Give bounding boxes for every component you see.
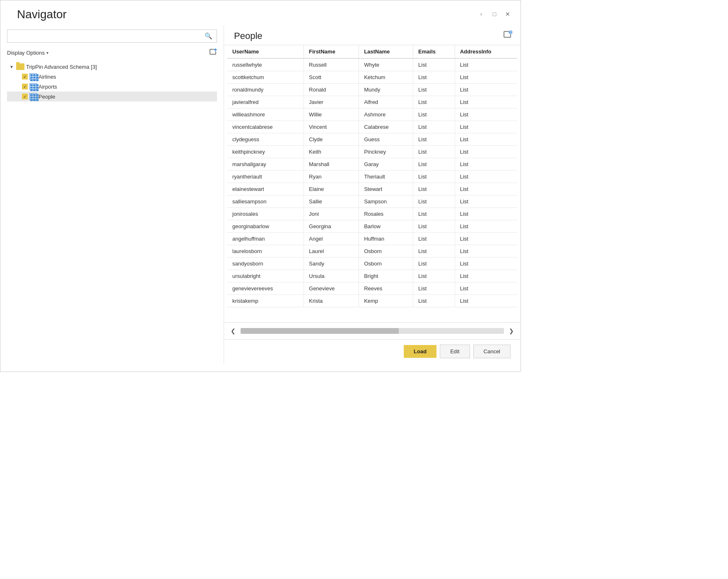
table-cell: willieashmore [227,109,304,121]
table-cell: Laurel [304,245,359,258]
table-cell: List [455,282,517,295]
table-cell: List [455,171,517,183]
table-cell: Russell [304,58,359,71]
table-cell: List [413,220,455,233]
table-cell: elainestewart [227,183,304,195]
table-cell: Vincent [304,121,359,133]
table-cell: Barlow [359,220,413,233]
tree: ▼ TripPin Advanced Schema [3] ✓ Airlines… [7,62,217,359]
table-cell: List [413,270,455,282]
table-cell: kristakemp [227,295,304,307]
table-row[interactable]: salliesampsonSallieSampsonListList [227,195,517,208]
table-row[interactable]: russellwhyteRussellWhyteListList [227,58,517,71]
table-icon-people [29,93,37,100]
minimize-button[interactable]: ▫ [477,10,486,19]
tree-item-people[interactable]: ✓ People [7,92,217,101]
table-row[interactable]: elainestewartElaineStewartListList [227,183,517,195]
table-cell: Georgina [304,220,359,233]
table-cell: Ursula [304,270,359,282]
table-row[interactable]: javieralfredJavierAlfredListList [227,96,517,109]
table-icon-airlines [29,73,37,80]
tree-item-airports[interactable]: ✓ Airports [7,82,217,92]
tree-folder-root[interactable]: ▼ TripPin Advanced Schema [3] [7,62,217,72]
table-cell: angelhuffman [227,233,304,245]
table-cell: Theriault [359,171,413,183]
people-table: UserName FirstName LastName Emails Addre… [227,45,517,307]
checkbox-people[interactable]: ✓ [22,94,28,99]
close-button[interactable]: ✕ [503,10,512,19]
table-cell: Osborn [359,245,413,258]
tree-item-airlines[interactable]: ✓ Airlines [7,72,217,82]
table-cell: List [455,58,517,71]
search-button[interactable]: 🔍 [200,30,217,42]
table-cell: List [413,282,455,295]
table-row[interactable]: keithpinckneyKeithPinckneyListList [227,146,517,158]
table-cell: List [455,233,517,245]
tree-label-people: People [39,94,55,100]
checkbox-airports[interactable]: ✓ [22,84,28,89]
table-cell: List [413,171,455,183]
table-cell: List [455,258,517,270]
web-view-button[interactable] [503,30,512,41]
table-cell: List [455,195,517,208]
table-row[interactable]: jonirosalesJoniRosalesListList [227,208,517,220]
table-cell: javieralfred [227,96,304,109]
table-cell: List [455,158,517,171]
scrollbar-thumb [241,328,399,334]
edit-icon [209,48,217,56]
table-icon-airports [29,83,37,90]
table-cell: List [413,58,455,71]
maximize-button[interactable]: □ [490,10,499,19]
table-cell: Marshall [304,158,359,171]
table-row[interactable]: willieashmoreWillieAshmoreListList [227,109,517,121]
main-layout: 🔍 Display Options ▾ [0,25,521,363]
load-button[interactable]: Load [404,345,436,358]
table-cell: List [455,270,517,282]
edit-button[interactable]: Edit [440,345,470,358]
folder-icon [16,63,24,70]
table-cell: Sallie [304,195,359,208]
table-row[interactable]: sandyosbornSandyOsbornListList [227,258,517,270]
table-row[interactable]: ronaldmundyRonaldMundyListList [227,84,517,96]
edit-icon-button[interactable] [209,48,217,58]
table-row[interactable]: georginabarlowGeorginaBarlowListList [227,220,517,233]
table-row[interactable]: vincentcalabreseVincentCalabreseListList [227,121,517,133]
table-row[interactable]: laurelosbornLaurelOsbornListList [227,245,517,258]
window-controls: ▫ □ ✕ [477,8,512,19]
table-cell: Scott [304,71,359,84]
cancel-button[interactable]: Cancel [473,345,511,358]
table-row[interactable]: kristakempKristaKempListList [227,295,517,307]
table-cell: List [455,183,517,195]
table-cell: Sandy [304,258,359,270]
table-cell: List [413,133,455,146]
table-cell: ryantheriault [227,171,304,183]
table-cell: Whyte [359,58,413,71]
table-cell: keithpinckney [227,146,304,158]
table-cell: Reeves [359,282,413,295]
checkbox-airlines[interactable]: ✓ [22,74,28,80]
table-row[interactable]: angelhuffmanAngelHuffmanListList [227,233,517,245]
table-row[interactable]: marshallgarayMarshallGarayListList [227,158,517,171]
folder-label: TripPin Advanced Schema [3] [26,64,97,70]
col-header-username: UserName [227,45,304,58]
horizontal-scrollbar[interactable] [241,328,504,334]
table-cell: Calabrese [359,121,413,133]
table-row[interactable]: scottketchumScottKetchumListList [227,71,517,84]
right-panel: People UserName FirstNam [224,25,521,363]
window-title: Navigator [17,8,67,21]
col-header-firstname: FirstName [304,45,359,58]
table-row[interactable]: genevievereevesGenevieveReevesListList [227,282,517,295]
table-cell: List [413,195,455,208]
table-cell: russellwhyte [227,58,304,71]
table-cell: List [413,158,455,171]
table-cell: laurelosborn [227,245,304,258]
table-row[interactable]: clydeguessClydeGuessListList [227,133,517,146]
table-cell: List [455,121,517,133]
display-options-button[interactable]: Display Options ▾ [7,50,48,56]
search-input[interactable] [7,31,200,42]
table-row[interactable]: ursulabrightUrsulaBrightListList [227,270,517,282]
table-row[interactable]: ryantheriaultRyanTheriaultListList [227,171,517,183]
scroll-right-button[interactable]: ❯ [506,326,517,336]
table-cell: List [455,146,517,158]
scroll-left-button[interactable]: ❮ [227,326,239,336]
